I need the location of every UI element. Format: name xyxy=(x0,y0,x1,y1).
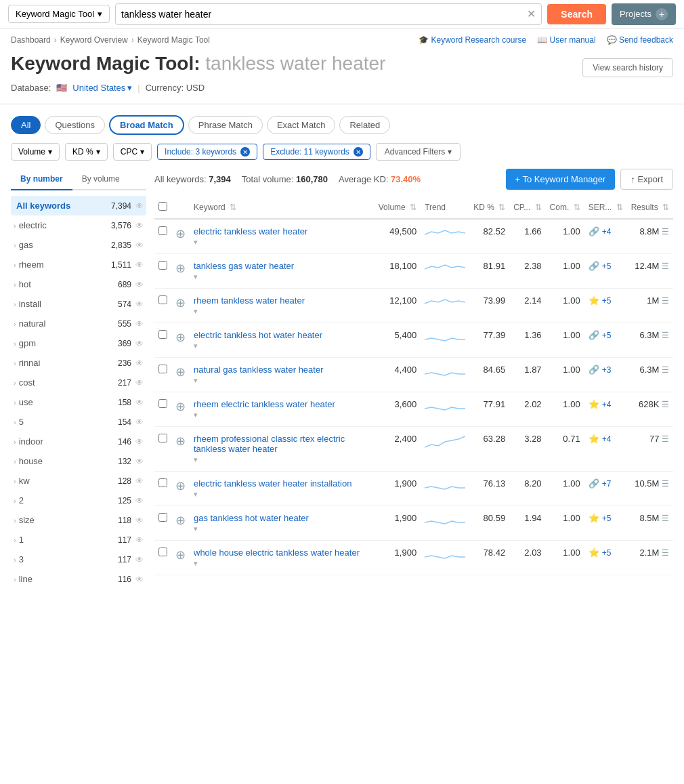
th-volume[interactable]: Volume ⇅ xyxy=(375,197,421,219)
eye-icon[interactable]: 👁 xyxy=(135,201,144,211)
advanced-filters-button[interactable]: Advanced Filters▾ xyxy=(376,143,461,161)
th-keyword[interactable]: Keyword ⇅ xyxy=(190,197,375,219)
add-icon[interactable]: ⊕ xyxy=(175,514,186,527)
th-cp[interactable]: CP... ⇅ xyxy=(509,197,545,219)
eye-icon[interactable]: 👁 xyxy=(135,575,144,584)
keyword-text[interactable]: rheem professional classic rtex electric… xyxy=(194,434,370,454)
ser-extra[interactable]: +5 xyxy=(602,262,612,271)
sidebar-item-install[interactable]: › install 574 👁 xyxy=(11,294,146,314)
eye-icon[interactable]: 👁 xyxy=(135,319,144,329)
eye-icon[interactable]: 👁 xyxy=(135,457,144,466)
tab-related[interactable]: Related xyxy=(339,116,390,134)
add-icon[interactable]: ⊕ xyxy=(175,479,186,493)
keyword-expand-icon[interactable]: ▾ xyxy=(194,455,370,464)
keyword-text[interactable]: electric tankless hot water heater xyxy=(194,330,370,340)
exclude-chip-remove[interactable]: ✕ xyxy=(354,147,363,157)
row-checkbox[interactable] xyxy=(158,548,167,556)
eye-icon[interactable]: 👁 xyxy=(135,417,144,427)
eye-icon[interactable]: 👁 xyxy=(135,437,144,447)
add-icon[interactable]: ⊕ xyxy=(175,434,186,448)
keyword-expand-icon[interactable]: ▾ xyxy=(194,307,370,316)
view-history-button[interactable]: View search history xyxy=(582,58,673,77)
row-checkbox[interactable] xyxy=(158,261,167,270)
breadcrumb-dashboard[interactable]: Dashboard xyxy=(11,35,51,45)
tool-dropdown[interactable]: Keyword Magic Tool ▾ xyxy=(8,5,110,23)
tab-questions[interactable]: Questions xyxy=(45,116,105,134)
breadcrumb-keyword-overview[interactable]: Keyword Overview xyxy=(60,35,128,45)
eye-icon[interactable]: 👁 xyxy=(135,260,144,270)
keyword-expand-icon[interactable]: ▾ xyxy=(194,524,370,533)
sidebar-item-line[interactable]: › line 116 👁 xyxy=(11,569,146,589)
eye-icon[interactable]: 👁 xyxy=(135,280,144,289)
ser-extra[interactable]: +5 xyxy=(602,296,612,306)
ser-extra[interactable]: +7 xyxy=(602,479,612,489)
sidebar-item-5[interactable]: › 5 154 👁 xyxy=(11,412,146,432)
sidebar-tab-by-number[interactable]: By number xyxy=(11,169,72,190)
th-results[interactable]: Results ⇅ xyxy=(627,197,673,219)
keyword-text[interactable]: rheem electric tankless water heater xyxy=(194,399,370,409)
search-input[interactable] xyxy=(121,9,527,20)
eye-icon[interactable]: 👁 xyxy=(135,339,144,348)
ser-extra[interactable]: +5 xyxy=(602,331,612,340)
projects-button[interactable]: Projects + xyxy=(612,3,676,25)
th-com[interactable]: Com. ⇅ xyxy=(546,197,584,219)
row-checkbox[interactable] xyxy=(158,226,167,235)
eye-icon[interactable]: 👁 xyxy=(135,535,144,545)
tab-exact-match[interactable]: Exact Match xyxy=(267,116,336,134)
th-ser[interactable]: SER... ⇅ xyxy=(584,197,627,219)
keyword-expand-icon[interactable]: ▾ xyxy=(194,272,370,281)
keyword-research-course-link[interactable]: 🎓 Keyword Research course xyxy=(419,35,526,45)
eye-icon[interactable]: 👁 xyxy=(135,221,144,230)
sidebar-item-All-keywords[interactable]: All keywords 7,394 👁 xyxy=(11,196,146,215)
keyword-expand-icon[interactable]: ▾ xyxy=(194,342,370,350)
eye-icon[interactable]: 👁 xyxy=(135,358,144,368)
sidebar-item-hot[interactable]: › hot 689 👁 xyxy=(11,274,146,294)
sidebar-item-use[interactable]: › use 158 👁 xyxy=(11,392,146,412)
sidebar-item-rheem[interactable]: › rheem 1,511 👁 xyxy=(11,255,146,274)
add-icon[interactable]: ⊕ xyxy=(175,262,186,275)
tab-phrase-match[interactable]: Phrase Match xyxy=(188,116,263,134)
ser-extra[interactable]: +3 xyxy=(602,365,612,375)
sidebar-item-gas[interactable]: › gas 2,835 👁 xyxy=(11,235,146,255)
row-checkbox[interactable] xyxy=(158,295,167,304)
to-keyword-manager-button[interactable]: + To Keyword Manager xyxy=(506,169,616,190)
keyword-text[interactable]: tankless gas water heater xyxy=(194,261,370,271)
keyword-text[interactable]: electric tankless water heater installat… xyxy=(194,478,370,489)
send-feedback-link[interactable]: 💬 Send feedback xyxy=(607,35,673,45)
sidebar-item-rinnai[interactable]: › rinnai 236 👁 xyxy=(11,353,146,373)
ser-extra[interactable]: +5 xyxy=(602,548,612,558)
ser-extra[interactable]: +5 xyxy=(602,514,612,523)
sidebar-item-size[interactable]: › size 118 👁 xyxy=(11,510,146,530)
tab-broad-match[interactable]: Broad Match xyxy=(109,115,184,135)
sidebar-item-1[interactable]: › 1 117 👁 xyxy=(11,530,146,550)
eye-icon[interactable]: 👁 xyxy=(135,496,144,506)
row-checkbox[interactable] xyxy=(158,399,167,408)
keyword-text[interactable]: natural gas tankless water heater xyxy=(194,365,370,375)
sidebar-item-gpm[interactable]: › gpm 369 👁 xyxy=(11,333,146,353)
user-manual-link[interactable]: 📖 User manual xyxy=(537,35,595,45)
keyword-expand-icon[interactable]: ▾ xyxy=(194,238,370,247)
keyword-text[interactable]: gas tankless hot water heater xyxy=(194,513,370,523)
volume-filter[interactable]: Volume▾ xyxy=(11,143,60,161)
include-chip-remove[interactable]: ✕ xyxy=(240,147,250,157)
keyword-text[interactable]: rheem tankless water heater xyxy=(194,295,370,306)
keyword-expand-icon[interactable]: ▾ xyxy=(194,490,370,499)
sidebar-item-natural[interactable]: › natural 555 👁 xyxy=(11,314,146,333)
sidebar-tab-by-volume[interactable]: By volume xyxy=(72,169,129,190)
sidebar-item-indoor[interactable]: › indoor 146 👁 xyxy=(11,432,146,451)
add-icon[interactable]: ⊕ xyxy=(175,400,186,413)
sidebar-item-2[interactable]: › 2 125 👁 xyxy=(11,491,146,510)
eye-icon[interactable]: 👁 xyxy=(135,378,144,388)
sidebar-item-kw[interactable]: › kw 128 👁 xyxy=(11,471,146,491)
include-chip[interactable]: Include: 3 keywords ✕ xyxy=(157,144,257,160)
eye-icon[interactable]: 👁 xyxy=(135,516,144,525)
clear-icon[interactable]: ✕ xyxy=(527,7,536,20)
export-button[interactable]: ↑ Export xyxy=(620,169,673,190)
exclude-chip[interactable]: Exclude: 11 keywords ✕ xyxy=(263,144,370,160)
keyword-expand-icon[interactable]: ▾ xyxy=(194,411,370,419)
tab-all[interactable]: All xyxy=(11,116,41,134)
cpc-filter[interactable]: CPC▾ xyxy=(113,143,152,161)
keyword-expand-icon[interactable]: ▾ xyxy=(194,559,370,568)
keyword-text[interactable]: whole house electric tankless water heat… xyxy=(194,548,370,558)
th-kd[interactable]: KD % ⇅ xyxy=(469,197,509,219)
